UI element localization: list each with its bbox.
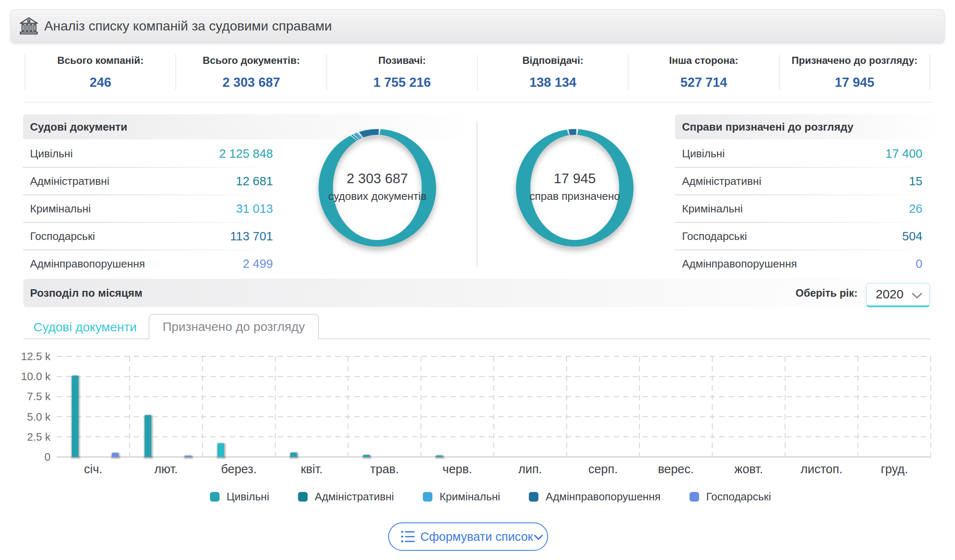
svg-text:0: 0	[45, 451, 51, 463]
svg-text:січ.: січ.	[84, 462, 102, 476]
svg-text:жовт.: жовт.	[735, 462, 763, 476]
svg-text:черв.: черв.	[442, 462, 472, 476]
svg-text:верес.: верес.	[658, 462, 694, 476]
svg-text:серп.: серп.	[588, 462, 618, 476]
svg-text:берез.: берез.	[221, 462, 257, 476]
svg-text:5.0 k: 5.0 k	[27, 411, 51, 423]
svg-text:лип.: лип.	[518, 462, 542, 476]
svg-text:лют.: лют.	[154, 462, 178, 476]
svg-text:2.5 k: 2.5 k	[27, 431, 51, 443]
svg-text:листоп.: листоп.	[801, 462, 842, 476]
svg-text:12.5 k: 12.5 k	[21, 350, 51, 363]
svg-text:груд.: груд.	[881, 462, 908, 476]
svg-text:10.0 k: 10.0 k	[21, 370, 51, 383]
svg-text:квіт.: квіт.	[301, 462, 323, 476]
svg-text:7.5 k: 7.5 k	[27, 390, 51, 403]
svg-text:трав.: трав.	[370, 462, 399, 476]
